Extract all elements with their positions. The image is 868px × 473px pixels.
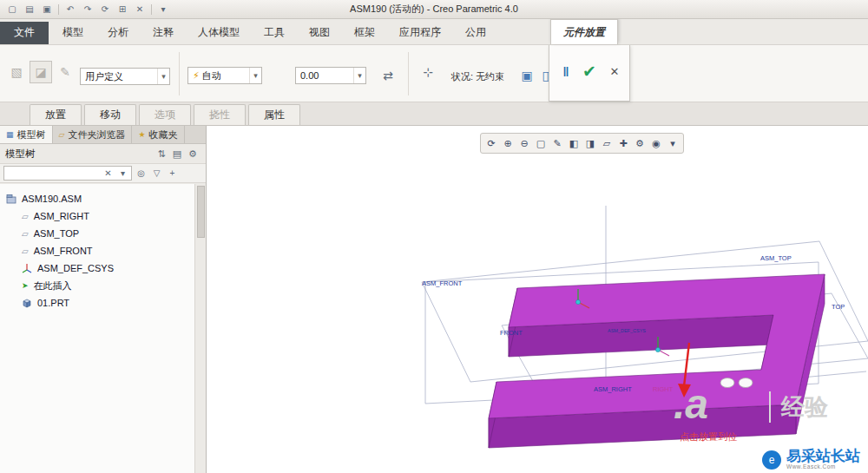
tab-model[interactable]: 模型 xyxy=(50,22,95,44)
lightning-icon: ⚡ xyxy=(193,70,200,82)
pause-button[interactable]: ‖ xyxy=(555,61,577,83)
label-top[interactable]: TOP xyxy=(832,303,845,311)
tree-item-assembly[interactable]: ASM190.ASM xyxy=(0,190,194,207)
placement-confirm-panel: ‖ ✔ ✕ xyxy=(549,45,630,102)
constraint-type-combobox[interactable]: ⚡ 自动 ▾ xyxy=(187,67,262,84)
graphics-toolbar: ⟳ ⊕ ⊖ ▢ ✎ ◧ ◨ ▱ ✚ ⚙ ◉ ▾ xyxy=(480,133,684,154)
model-tree: ASM190.ASM ▱ ASM_RIGHT ▱ ASM_TOP ▱ ASM_F… xyxy=(0,184,194,473)
section-icon[interactable]: ◨ xyxy=(582,135,598,152)
chevron-down-icon[interactable]: ▾ xyxy=(353,68,365,83)
tab-model-tree[interactable]: ▦ 模型树 xyxy=(0,126,53,143)
ribbon-tab-bar: 文件 模型 分析 注释 人体模型 工具 视图 框架 应用程序 公用 元件放置 xyxy=(0,19,868,45)
add-filter-icon[interactable]: + xyxy=(166,168,179,178)
window-icon[interactable]: ⊞ xyxy=(115,3,130,16)
label-asm-def-csys[interactable]: ASM_DEF_CSYS xyxy=(608,328,646,333)
view-manager-icon[interactable]: ⚙ xyxy=(632,135,648,152)
tab-framework[interactable]: 框架 xyxy=(342,22,387,44)
new-icon[interactable]: ▢ xyxy=(4,3,20,16)
interface-place-icon[interactable]: ▧ xyxy=(5,61,28,83)
tree-item-asm-front[interactable]: ▱ ASM_FRONT xyxy=(0,242,194,259)
repaint-icon[interactable]: ✎ xyxy=(549,135,565,152)
chevron-down-icon[interactable]: ▾ xyxy=(249,68,261,83)
redo-icon[interactable]: ↷ xyxy=(80,3,95,16)
label-right[interactable]: RIGHT xyxy=(653,385,674,393)
assembly-icon xyxy=(6,194,16,204)
tree-list-icon[interactable]: ▤ xyxy=(169,148,185,160)
watermark-jingyan: 经验 xyxy=(769,391,828,423)
label-asm-right[interactable]: ASM_RIGHT xyxy=(594,385,632,393)
star-icon: ★ xyxy=(138,130,145,139)
navigator-tabs: ▦ 模型树 ▱ 文件夹浏览器 ★ 收藏夹 xyxy=(0,126,206,144)
tab-flexibility: 挠性 xyxy=(194,104,246,125)
close-icon[interactable]: ✕ xyxy=(132,3,148,16)
graphics-area[interactable]: ⟳ ⊕ ⊖ ▢ ✎ ◧ ◨ ▱ ✚ ⚙ ◉ ▾ xyxy=(207,126,868,473)
refresh-icon[interactable]: ⟳ xyxy=(483,135,499,152)
tab-view[interactable]: 视图 xyxy=(297,22,342,44)
constraint-set-combobox[interactable]: 用户定义 ▾ xyxy=(80,68,170,85)
filter-icon[interactable]: ▽ xyxy=(150,168,163,178)
label-front[interactable]: FRONT xyxy=(500,329,523,337)
placement-panel-tabs: 放置 移动 选项 挠性 属性 xyxy=(0,102,868,126)
save-icon[interactable]: ▣ xyxy=(39,3,55,16)
offset-value: 0.00 xyxy=(300,70,319,81)
datum-axes-icon[interactable]: ✚ xyxy=(615,135,631,152)
tab-applications[interactable]: 应用程序 xyxy=(387,22,453,44)
separate-window-toggle-icon[interactable]: ▣ xyxy=(516,64,538,87)
tree-item-label: 01.PRT xyxy=(37,298,69,308)
site-name: 易采站长站 xyxy=(786,449,860,463)
flip-constraint-icon[interactable]: ⇄ xyxy=(377,64,399,87)
undo-icon[interactable]: ↶ xyxy=(62,3,78,16)
tree-item-part[interactable]: 01.PRT xyxy=(0,294,194,312)
tree-settings-icon[interactable]: ⚙ xyxy=(185,148,201,160)
regenerate-icon[interactable]: ⟳ xyxy=(97,3,113,16)
scrollbar-thumb[interactable] xyxy=(197,186,205,238)
tab-favorites[interactable]: ★ 收藏夹 xyxy=(132,126,184,143)
tab-folder-browser[interactable]: ▱ 文件夹浏览器 xyxy=(53,126,133,143)
tree-item-asm-top[interactable]: ▱ ASM_TOP xyxy=(0,225,194,242)
display-style-icon[interactable]: ◧ xyxy=(566,135,582,152)
constraint-type-value: 自动 xyxy=(202,69,221,82)
label-asm-front[interactable]: ASM_FRONT xyxy=(422,279,463,287)
clear-icon[interactable]: ✕ xyxy=(102,168,115,178)
tree-item-label: ASM_FRONT xyxy=(34,246,93,256)
tree-item-insert-here[interactable]: ➤ 在此插入 xyxy=(0,277,194,294)
offset-value-combobox[interactable]: 0.00 ▾ xyxy=(295,67,366,84)
tab-analysis[interactable]: 分析 xyxy=(95,22,141,44)
constraint-set-value: 用户定义 xyxy=(85,70,123,83)
manual-place-icon[interactable]: ◪ xyxy=(30,61,52,83)
tree-sort-icon[interactable]: ⇅ xyxy=(154,148,169,160)
tab-common[interactable]: 公用 xyxy=(453,22,498,44)
datum-planes-icon[interactable]: ▱ xyxy=(599,135,615,152)
label-asm-top[interactable]: ASM_TOP xyxy=(760,254,792,262)
tree-item-asm-right[interactable]: ▱ ASM_RIGHT xyxy=(0,207,194,225)
toolbar-more-icon[interactable]: ▾ xyxy=(665,135,681,152)
tab-file[interactable]: 文件 xyxy=(0,22,49,44)
cancel-button[interactable]: ✕ xyxy=(603,61,626,83)
chevron-down-icon[interactable]: ▾ xyxy=(157,69,169,84)
edit-interface-icon[interactable]: ✎ xyxy=(54,61,76,83)
zoom-out-icon[interactable]: ⊖ xyxy=(516,135,532,152)
tree-item-asm-def-csys[interactable]: ASM_DEF_CSYS xyxy=(0,259,194,277)
tab-properties[interactable]: 属性 xyxy=(248,104,300,125)
search-icon[interactable]: ◎ xyxy=(135,168,148,178)
qat-more-dropdown-icon[interactable]: ▾ xyxy=(155,3,171,16)
qat-separator xyxy=(58,4,59,15)
chevron-down-icon[interactable]: ▾ xyxy=(116,168,129,178)
tab-options: 选项 xyxy=(139,104,191,125)
tree-item-label: 在此插入 xyxy=(34,279,72,292)
tab-placement[interactable]: 放置 xyxy=(30,104,82,125)
confirm-button[interactable]: ✔ xyxy=(578,61,601,83)
tab-tools[interactable]: 工具 xyxy=(252,22,297,44)
zoom-in-icon[interactable]: ⊕ xyxy=(500,135,516,152)
open-icon[interactable]: ▤ xyxy=(22,3,37,16)
tree-scrollbar[interactable] xyxy=(194,184,206,473)
tree-search-input[interactable]: ✕ ▾ xyxy=(3,166,132,181)
tab-component-placement-active[interactable]: 元件放置 xyxy=(550,19,618,44)
show-dragger-icon[interactable]: ⊹ xyxy=(417,61,439,83)
tab-annotate[interactable]: 注释 xyxy=(141,22,186,44)
red-annotation: 点击放置到位 xyxy=(680,430,737,443)
zoom-fit-icon[interactable]: ▢ xyxy=(533,135,549,152)
tab-manikin[interactable]: 人体模型 xyxy=(186,22,252,44)
tab-move[interactable]: 移动 xyxy=(84,104,136,125)
spin-center-icon[interactable]: ◉ xyxy=(648,135,664,152)
